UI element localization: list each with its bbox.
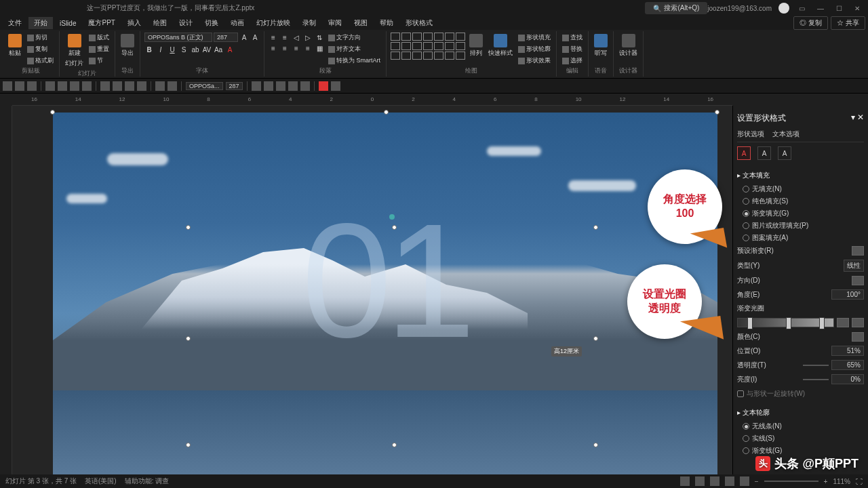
ribbon-mode-icon[interactable]: ▭ bbox=[796, 5, 808, 12]
shadow-button[interactable]: ab bbox=[191, 45, 200, 54]
qat-icon[interactable] bbox=[137, 81, 146, 91]
menu-islide[interactable]: iSlide bbox=[54, 18, 81, 28]
format-painter-button[interactable]: 格式刷 bbox=[26, 56, 55, 66]
fit-to-window-icon[interactable]: ⛶ bbox=[856, 478, 863, 485]
avatar[interactable] bbox=[778, 3, 789, 14]
menu-view[interactable]: 视图 bbox=[349, 17, 373, 29]
designer-button[interactable]: 设计器 bbox=[618, 33, 639, 59]
menu-record[interactable]: 录制 bbox=[297, 17, 321, 29]
qat-icon[interactable] bbox=[252, 81, 261, 91]
qat-icon[interactable] bbox=[155, 81, 165, 91]
qat-icon[interactable] bbox=[113, 81, 122, 91]
radio-no-fill[interactable]: 无填充(N) bbox=[743, 184, 864, 194]
menu-help[interactable]: 帮助 bbox=[374, 17, 399, 29]
menu-draw[interactable]: 绘图 bbox=[148, 17, 172, 29]
justify-button[interactable]: ≡ bbox=[303, 43, 313, 53]
strikethrough-button[interactable]: S bbox=[179, 45, 189, 54]
shape-effects-button[interactable]: 形状效果 bbox=[517, 56, 552, 66]
cut-button[interactable]: 剪切 bbox=[26, 33, 55, 43]
section-button[interactable]: 节 bbox=[87, 56, 111, 66]
position-input[interactable] bbox=[831, 346, 864, 356]
menu-insert[interactable]: 插入 bbox=[122, 17, 146, 29]
radio-picture-fill[interactable]: 图片或纹理填充(P) bbox=[743, 221, 864, 230]
indent-left-button[interactable]: ◁ bbox=[292, 33, 301, 42]
text-fill-outline-icon[interactable]: A bbox=[737, 146, 751, 160]
menu-review[interactable]: 审阅 bbox=[323, 17, 347, 29]
shape-outline-button[interactable]: 形状轮廓 bbox=[517, 44, 552, 54]
radio-gradient-line[interactable]: 渐变线(G) bbox=[743, 446, 864, 455]
menu-slideshow[interactable]: 幻灯片放映 bbox=[251, 17, 296, 29]
qat-icon[interactable] bbox=[125, 81, 134, 91]
tab-shape-options[interactable]: 形状选项 bbox=[737, 129, 764, 139]
menu-transitions[interactable]: 切换 bbox=[199, 17, 224, 29]
titlebar-copy-button[interactable]: ◎ 复制 bbox=[793, 16, 828, 30]
find-button[interactable]: 查找 bbox=[561, 33, 584, 43]
qat-icon[interactable] bbox=[167, 81, 177, 91]
accessibility-indicator[interactable]: 辅助功能: 调查 bbox=[125, 476, 170, 486]
gradient-stops-slider[interactable] bbox=[737, 318, 834, 327]
columns-button[interactable]: ▦ bbox=[315, 43, 324, 53]
menu-shape-format[interactable]: 形状格式 bbox=[400, 17, 438, 29]
direction-picker[interactable] bbox=[852, 276, 864, 285]
italic-button[interactable]: I bbox=[156, 45, 165, 54]
resize-handle[interactable] bbox=[392, 225, 397, 230]
close-button[interactable]: ✕ bbox=[852, 5, 863, 12]
indent-right-button[interactable]: ▷ bbox=[303, 33, 313, 42]
menu-file[interactable]: 文件 bbox=[3, 17, 27, 29]
font-color-button[interactable]: A bbox=[225, 45, 235, 54]
bullets-button[interactable]: ≡ bbox=[269, 33, 278, 42]
reset-button[interactable]: 重置 bbox=[87, 44, 111, 54]
qat-icon[interactable] bbox=[100, 81, 110, 91]
align-left-button[interactable]: ≡ bbox=[269, 43, 278, 53]
decrease-font-icon[interactable]: A bbox=[250, 33, 260, 42]
radio-solid-fill[interactable]: 纯色填充(S) bbox=[743, 197, 864, 206]
resize-handle[interactable] bbox=[392, 443, 397, 447]
rotate-handle[interactable] bbox=[389, 214, 395, 220]
resize-handle[interactable] bbox=[715, 110, 719, 115]
qat-record-icon[interactable] bbox=[319, 81, 328, 91]
new-slide-button[interactable]: 新建 幻灯片 bbox=[64, 33, 85, 69]
rotate-with-shape-checkbox[interactable]: 与形状一起旋转(W) bbox=[737, 386, 864, 401]
resize-handle[interactable] bbox=[186, 443, 191, 447]
qat-redo-icon[interactable] bbox=[27, 81, 37, 91]
section-text-outline[interactable]: ▸ 文本轮廓 bbox=[737, 405, 864, 420]
remove-stop-button[interactable] bbox=[852, 318, 864, 327]
transparency-slider[interactable] bbox=[803, 365, 829, 366]
radio-pattern-fill[interactable]: 图案填充(A) bbox=[743, 233, 864, 243]
align-text-button[interactable]: 对齐文本 bbox=[327, 44, 382, 54]
quick-styles-button[interactable]: 快速样式 bbox=[487, 33, 514, 59]
qat-icon[interactable] bbox=[82, 81, 92, 91]
bold-button[interactable]: B bbox=[144, 45, 154, 54]
angle-input[interactable] bbox=[831, 289, 864, 300]
transparency-input[interactable] bbox=[831, 360, 864, 370]
paste-button[interactable]: 粘贴 bbox=[7, 33, 23, 59]
sorter-view-icon[interactable] bbox=[710, 476, 719, 486]
qat-icon[interactable] bbox=[264, 81, 273, 91]
qat-undo-icon[interactable] bbox=[15, 81, 24, 91]
line-spacing-button[interactable]: ⇅ bbox=[315, 33, 324, 42]
qat-save-icon[interactable] bbox=[3, 81, 12, 91]
align-right-button[interactable]: ≡ bbox=[292, 43, 301, 53]
notes-button[interactable] bbox=[680, 476, 690, 486]
menu-home[interactable]: 开始 bbox=[28, 17, 53, 29]
panel-close-icon[interactable]: ▾ ✕ bbox=[851, 113, 864, 124]
resize-handle[interactable] bbox=[384, 110, 389, 115]
radio-no-line[interactable]: 无线条(N) bbox=[743, 422, 864, 431]
brightness-input[interactable] bbox=[831, 374, 864, 384]
dictate-button[interactable]: 听写 bbox=[593, 33, 609, 59]
qat-font-select[interactable]: OPPOSa... bbox=[186, 82, 223, 90]
color-picker[interactable] bbox=[852, 332, 864, 342]
numbering-button[interactable]: ≡ bbox=[280, 33, 290, 42]
copy-button[interactable]: 复制 bbox=[26, 44, 55, 54]
gradient-type-select[interactable]: 线性 bbox=[844, 260, 864, 272]
minimize-button[interactable]: — bbox=[814, 5, 827, 12]
align-center-button[interactable]: ≡ bbox=[280, 43, 290, 53]
font-family-select[interactable] bbox=[144, 33, 212, 42]
increase-font-icon[interactable]: A bbox=[239, 33, 249, 42]
select-button[interactable]: 选择 bbox=[561, 56, 584, 66]
case-button[interactable]: Aa bbox=[214, 45, 223, 54]
menu-design[interactable]: 设计 bbox=[174, 17, 198, 29]
spacing-button[interactable]: AV bbox=[202, 45, 212, 54]
menu-mofang[interactable]: 魔方PPT bbox=[83, 17, 120, 29]
qat-icon[interactable] bbox=[300, 81, 310, 91]
